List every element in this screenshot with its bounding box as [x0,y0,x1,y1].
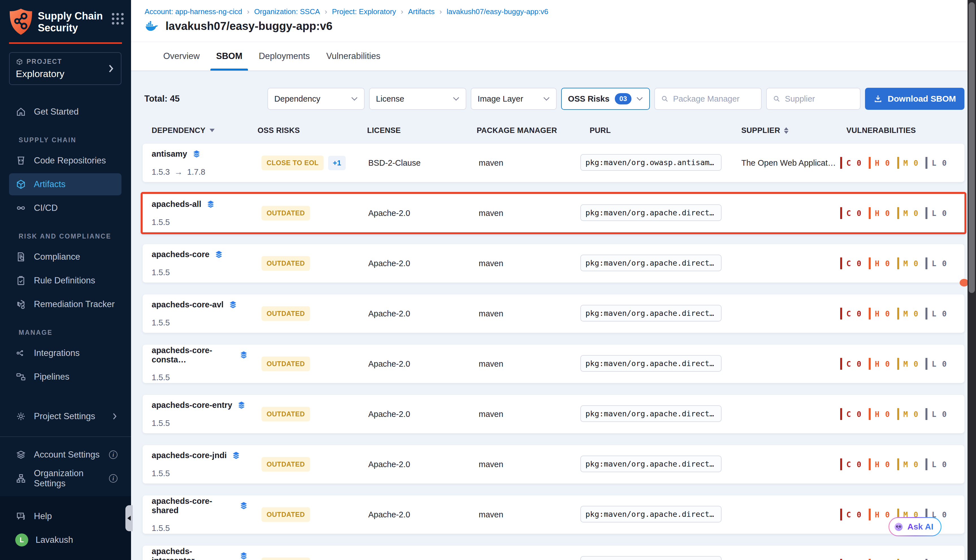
table-row-apacheds-core-entry[interactable]: apacheds-core-entry1.5.5OUTDATEDApache-2… [143,395,964,433]
sidebar-item-artifacts[interactable]: Artifacts [9,173,122,195]
sidebar-item-compliance[interactable]: Compliance [9,246,122,268]
chevron-down-icon [636,97,643,101]
sidebar-item-pipelines[interactable]: Pipelines [9,366,122,388]
tab-sbom[interactable]: SBOM [216,42,242,70]
tab-vulnerabilities[interactable]: Vulnerabilities [326,42,380,70]
purl-pill[interactable]: pkg:maven/org.apache.directory.s… [581,355,722,372]
download-sbom-button[interactable]: Download SBOM [865,88,964,110]
dependency-name[interactable]: apacheds-all [152,200,201,209]
breadcrumb-link[interactable]: lavakush07/easy-buggy-app:v6 [447,7,549,16]
layers-icon [231,451,241,460]
oss-risks-cell: OUTDATED [249,457,358,472]
purl-pill[interactable]: pkg:maven/org.apache.directory.s… [581,405,722,422]
dependency-name[interactable]: apacheds-core-entry [152,400,232,410]
column-header-package-manager: PACKAGE MANAGER [466,126,581,135]
image-layer-filter-select[interactable]: Image Layer [471,88,557,110]
dependency-version: 1.5.3→1.7.8 [152,167,249,177]
purl-pill[interactable]: pkg:maven/org.apache.directory.s… [581,204,722,221]
ask-ai-button[interactable]: Ask AI [888,517,941,536]
supplier-search-input[interactable] [785,94,854,103]
sidebar-item-organization-settings[interactable]: Organization Settings i [9,467,122,490]
table-row-apacheds-interceptor-[interactable]: apacheds-interceptor-…1.5.5OUTDATEDApach… [143,546,964,560]
sidebar-item-project-settings[interactable]: Project Settings [9,405,122,427]
table-row-antisamy[interactable]: antisamy1.5.3→1.7.8CLOSE TO EOL+1BSD-2-C… [143,144,964,182]
user-menu[interactable]: L Lavakush [9,529,122,551]
purl-pill[interactable]: pkg:maven/org.apache.directory.s… [581,556,722,560]
purl-pill[interactable]: pkg:maven/org.apache.directory.s… [581,305,722,322]
purl-pill[interactable]: pkg:maven/org.apache.directory.s… [581,255,722,271]
apps-grid-icon[interactable] [112,13,124,25]
chevron-down-icon [543,97,550,101]
dependency-name[interactable]: apacheds-core-jndi [152,451,227,460]
table-row-apacheds-core[interactable]: apacheds-core1.5.5OUTDATEDApache-2.0mave… [143,244,964,283]
breadcrumb-link[interactable]: Account: app-harness-ng-cicd [145,7,242,16]
package-manager-search[interactable] [654,88,762,110]
artifacts-cube-icon [15,179,27,190]
supplier-search[interactable] [766,88,861,110]
oss-risk-badge[interactable]: OUTDATED [262,306,310,321]
oss-risks-filter-select[interactable]: OSS Risks 03 [561,88,650,110]
dependency-name[interactable]: apacheds-core-consta… [152,346,234,364]
breadcrumb-separator: › [247,7,249,16]
tab-overview[interactable]: Overview [163,42,200,70]
project-selector[interactable]: PROJECT Exploratory [9,52,122,85]
chevron-right-icon [112,412,117,420]
info-icon[interactable]: i [109,474,117,483]
dependency-cell: antisamy1.5.3→1.7.8 [143,149,249,177]
table-header: DEPENDENCY OSS RISKS LICENSE PACKAGE MAN… [143,123,964,138]
vulnerability-count-low: L 0 [926,358,947,370]
sidebar-item-code-repositories[interactable]: Code Repositories [9,150,122,172]
dependency-filter-select[interactable]: Dependency [267,88,365,110]
table-row-apacheds-core-jndi[interactable]: apacheds-core-jndi1.5.5OUTDATEDApache-2.… [143,445,964,483]
dependency-name[interactable]: apacheds-core [152,250,210,259]
sidebar-collapse-handle[interactable] [125,505,133,531]
sort-both-icon [784,127,789,134]
dependency-name[interactable]: apacheds-core-shared [152,497,234,515]
info-icon[interactable]: i [109,450,117,459]
oss-risk-badge[interactable]: OUTDATED [262,457,310,472]
column-header-supplier[interactable]: SUPPLIER [736,126,840,135]
package-manager-cell: maven [466,208,581,218]
page-scrollbar[interactable] [968,0,976,560]
oss-risk-badge[interactable]: OUTDATED [262,507,310,522]
table-row-apacheds-core-shared[interactable]: apacheds-core-shared1.5.5OUTDATEDApache-… [143,495,964,534]
oss-risk-badge[interactable]: OUTDATED [262,206,310,220]
scrollbar-thumb[interactable] [969,2,975,293]
dependency-name[interactable]: apacheds-core-avl [152,300,224,309]
sidebar-item-remediation-tracker[interactable]: Remediation Tracker [9,293,122,315]
purl-pill[interactable]: pkg:maven/org.apache.directory.s… [581,455,722,472]
sidebar-item-rule-definitions[interactable]: Rule Definitions [9,270,122,292]
sidebar-item-integrations[interactable]: Integrations [9,342,122,364]
dependency-name[interactable]: apacheds-interceptor-… [152,547,234,560]
dependency-name[interactable]: antisamy [152,149,187,158]
table-row-apacheds-core-avl[interactable]: apacheds-core-avl1.5.5OUTDATEDApache-2.0… [143,294,964,333]
oss-risk-badge[interactable]: OUTDATED [262,357,310,371]
tab-deployments[interactable]: Deployments [259,42,310,70]
sidebar-item-help[interactable]: ? Help [9,505,122,527]
table-row-apacheds-all[interactable]: apacheds-all1.5.5OUTDATEDApache-2.0maven… [141,192,966,234]
oss-risk-badge[interactable]: CLOSE TO EOL [262,155,324,170]
column-header-dependency[interactable]: DEPENDENCY [143,126,249,135]
dependency-cell: apacheds-core-entry1.5.5 [143,400,249,428]
vulnerability-count-medium: M 0 [897,207,919,219]
purl-pill[interactable]: pkg:maven/org.apache.directory.s… [581,506,722,522]
vulnerabilities-cell: C 0H 0M 0L 0 [840,207,964,219]
vulnerability-count-high: H 0 [869,308,891,320]
dependency-version: 1.5.5 [152,523,249,533]
breadcrumb-link[interactable]: Artifacts [408,7,435,16]
oss-risk-badge[interactable]: +1 [328,156,346,170]
vulnerability-count-critical: C 0 [840,358,862,370]
oss-risk-badge[interactable]: OUTDATED [262,557,310,560]
sidebar-item-get-started[interactable]: Get Started [9,101,122,123]
license-filter-select[interactable]: License [369,88,466,110]
oss-risk-badge[interactable]: OUTDATED [262,256,310,271]
help-chat-icon: ? [15,511,27,522]
table-row-apacheds-core-consta[interactable]: apacheds-core-consta…1.5.5OUTDATEDApache… [143,345,964,383]
purl-pill[interactable]: pkg:maven/org.owasp.antisamy/ant… [581,154,722,171]
oss-risk-badge[interactable]: OUTDATED [262,407,310,422]
breadcrumb-link[interactable]: Organization: SSCA [254,7,320,16]
sidebar-item-account-settings[interactable]: Account Settings i [9,444,122,466]
breadcrumb-link[interactable]: Project: Exploratory [332,7,396,16]
sidebar-item-cicd[interactable]: CI/CD [9,197,122,219]
package-manager-search-input[interactable] [673,94,756,103]
